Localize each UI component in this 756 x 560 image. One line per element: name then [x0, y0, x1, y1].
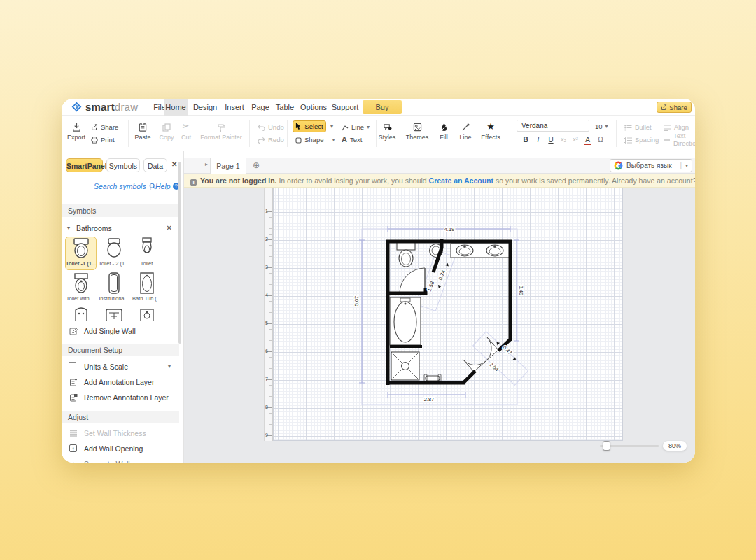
symbol-toilet[interactable]: Toilet [131, 237, 162, 270]
bath-tub-icon [135, 272, 159, 295]
symbol-toilet-1[interactable]: Toilet -1 (1... [65, 237, 97, 270]
zoom-control: — 80% [588, 439, 687, 453]
panel-scrollbar[interactable] [178, 162, 181, 344]
toolbar: Export Share Print Paste Copy ✂ Cut Form… [62, 115, 695, 151]
shape-dropdown-chevron[interactable]: ▾ [332, 136, 335, 143]
add-annotation-layer-button[interactable]: Add Annotation Layer [62, 375, 179, 389]
add-page-icon[interactable]: ⊕ [253, 160, 260, 170]
wall-opening-icon: ↑ [69, 444, 78, 453]
drawing-canvas[interactable]: 1 2 3 4 5 6 7 8 9 [184, 188, 695, 463]
smartdraw-logo[interactable]: smartdraw [71, 101, 138, 113]
scale-corner-icon [69, 362, 78, 371]
search-symbols-link[interactable]: Search symbols [94, 182, 156, 190]
text-direction-button[interactable]: Text Direction [664, 134, 695, 144]
add-wall-opening-button[interactable]: ↑ Add Wall Opening [62, 442, 179, 456]
copy-button[interactable]: Copy [157, 120, 176, 141]
special-character-button[interactable]: Ω [596, 136, 606, 144]
menu-design[interactable]: Design [191, 99, 219, 115]
superscript-button[interactable]: x² [570, 136, 580, 143]
redo-button[interactable]: Redo [258, 134, 284, 144]
remove-annotation-layer-button[interactable]: Remove Annotation Layer [62, 391, 179, 405]
select-dropdown-chevron[interactable]: ▾ [330, 123, 333, 130]
set-wall-thickness-button[interactable]: Set Wall Thickness [62, 426, 179, 440]
symbol-institutional[interactable]: Institutiona... [98, 272, 130, 305]
paste-button[interactable]: Paste [132, 120, 154, 141]
separate-wall-button[interactable]: Separate Wall [62, 457, 179, 463]
align-button[interactable]: Align [664, 122, 689, 132]
buy-button[interactable]: Buy [363, 100, 402, 114]
symbol-bath-tub[interactable]: Bath Tub (... [131, 272, 162, 305]
font-size-select[interactable]: 10 ▾ [595, 121, 608, 131]
units-scale-button[interactable]: Units & Scale ▾ [62, 360, 179, 374]
toilet-tank [397, 242, 415, 250]
dim-door1-wall: 1.58 [426, 281, 435, 293]
floor-plan[interactable]: 4.19 3.49 5.07 2.87 0.74 1.58 0.47 [274, 188, 624, 442]
line-tool-button[interactable]: Line ▾ [342, 122, 370, 132]
symbol-partial-2[interactable] [98, 307, 130, 321]
menu-page[interactable]: Page [249, 99, 272, 115]
remove-category-icon[interactable]: ✕ [167, 221, 172, 235]
tab-page-1[interactable]: Page 1 [210, 158, 246, 174]
symbols-section-header[interactable]: Symbols [62, 204, 179, 217]
help-link[interactable]: Help ? [155, 182, 180, 190]
menu-table[interactable]: Table [273, 99, 297, 115]
effects-button[interactable]: ★ Effects [479, 120, 503, 141]
pencil-icon [69, 326, 78, 335]
symbol-toilet-2[interactable]: Toilet - 2 (1... [98, 237, 130, 270]
shape-tool-button[interactable]: Shape ▾ [295, 134, 335, 144]
bullet-button[interactable]: Bullet [624, 122, 652, 132]
menu-options[interactable]: Options [299, 99, 328, 115]
zoom-out-icon[interactable]: — [588, 442, 596, 450]
text-tool-button[interactable]: A Text [342, 134, 362, 144]
line-style-button[interactable]: Line [456, 120, 475, 141]
add-single-wall-button[interactable]: Add Single Wall [62, 324, 179, 338]
menu-insert[interactable]: Insert [222, 99, 247, 115]
print-button[interactable]: Print [91, 134, 115, 144]
fill-button[interactable]: Fill [435, 120, 452, 141]
line-dropdown-chevron[interactable]: ▾ [367, 124, 370, 130]
language-select-button[interactable]: Выбрать язык | ▾ [610, 159, 692, 172]
tab-smartpanel[interactable]: SmartPanel [66, 158, 103, 172]
category-bathrooms[interactable]: ▾ Bathrooms ✕ [62, 221, 179, 235]
symbol-partial-1[interactable] [65, 307, 97, 321]
font-family-select[interactable]: Verdana [517, 120, 589, 132]
tab-symbols[interactable]: Symbols [106, 158, 140, 172]
zoom-slider[interactable] [600, 445, 659, 447]
format-painter-button[interactable]: Format Painter [196, 120, 246, 141]
close-panel-icon[interactable]: ✕ [172, 160, 177, 168]
zoom-slider-handle[interactable] [603, 441, 610, 451]
tab-data[interactable]: Data [144, 158, 167, 172]
search-help-divider: | [150, 182, 152, 190]
cut-button[interactable]: ✂ Cut [178, 120, 195, 141]
separate-wall-icon [69, 459, 78, 463]
select-tool-button[interactable]: Select [293, 120, 326, 132]
subscript-button[interactable]: x₂ [559, 136, 568, 143]
font-color-button[interactable]: A [584, 136, 592, 145]
menu-home[interactable]: Home [164, 99, 188, 115]
symbol-partial-3[interactable] [131, 307, 162, 321]
align-icon [664, 122, 671, 131]
symbol-toilet-with[interactable]: Toilet with ... [65, 272, 97, 305]
dim-door1-opening: 0.74 [438, 270, 447, 281]
undo-icon [258, 122, 265, 131]
themes-button[interactable]: Themes [405, 120, 430, 141]
styles-button[interactable]: Styles [375, 120, 399, 141]
layer-add-icon [69, 377, 78, 386]
italic-button[interactable]: I [533, 136, 543, 144]
pages-arrow-icon[interactable]: ▸ [205, 161, 208, 167]
print-icon [91, 135, 98, 144]
share-button[interactable]: Share [91, 122, 118, 132]
menu-support[interactable]: Support [330, 99, 360, 115]
undo-button[interactable]: Undo [258, 122, 284, 132]
drawing-page[interactable]: 4.19 3.49 5.07 2.87 0.74 1.58 0.47 [273, 188, 623, 441]
bathroom-fixtures[interactable] [390, 242, 510, 382]
underline-button[interactable]: U [546, 136, 556, 144]
units-scale-chevron[interactable]: ▾ [168, 360, 171, 374]
themes-icon [405, 120, 430, 134]
share-button-top[interactable]: Share [657, 102, 692, 113]
export-button[interactable]: Export [66, 120, 87, 141]
bold-button[interactable]: B [521, 136, 531, 144]
create-account-link[interactable]: Create an Account [429, 176, 493, 185]
spacing-button[interactable]: Spacing [624, 134, 659, 144]
cursor-icon [295, 122, 302, 130]
